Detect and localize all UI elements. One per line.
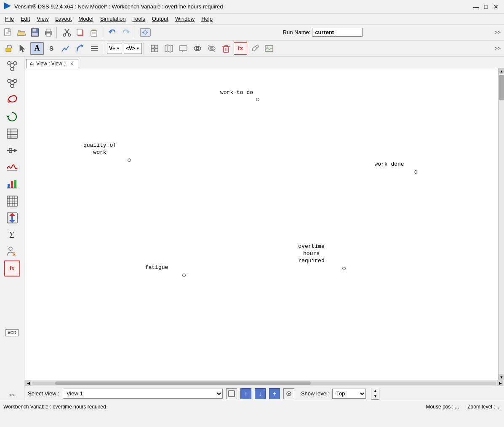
trash-button[interactable] [219, 42, 233, 55]
graph-button[interactable] [59, 42, 72, 55]
var-plus-dropdown[interactable]: V+ ▼ [107, 43, 122, 54]
sidebar-expand[interactable]: >> [8, 391, 16, 399]
sidebar-flow-button[interactable] [4, 142, 20, 158]
menu-edit[interactable]: Edit [17, 15, 33, 23]
arrow-button[interactable] [73, 42, 87, 55]
hscroll-left[interactable]: ◀ [25, 380, 31, 386]
svg-point-55 [13, 62, 17, 65]
vertical-scrollbar[interactable]: ▲ ▼ [498, 68, 504, 380]
sidebar-import-button[interactable] [4, 210, 20, 226]
sidebar-causal-button[interactable] [4, 58, 20, 74]
sidebar-fx-label: fx [10, 265, 15, 272]
sidebar-person-dollar-button[interactable]: $ [4, 244, 20, 260]
svg-point-15 [68, 34, 71, 36]
cut-button[interactable] [61, 26, 73, 39]
menu-view[interactable]: View [33, 15, 52, 23]
settings-button[interactable] [138, 26, 152, 39]
svg-rect-28 [6, 48, 11, 52]
menu-output[interactable]: Output [149, 15, 172, 23]
sidebar-barchart-button[interactable] [4, 176, 20, 192]
menu-model[interactable]: Model [75, 15, 96, 23]
view-settings-button[interactable] [283, 388, 294, 399]
tab-bar: 🗂 View : View 1 ✕ [24, 56, 504, 68]
minimize-button[interactable]: — [471, 2, 480, 11]
node-work-done[interactable]: work done [361, 161, 417, 174]
toolbar-1: Run Name: >> [0, 24, 504, 40]
undo-button[interactable] [106, 26, 119, 39]
svg-rect-10 [46, 33, 51, 36]
node-work-to-do[interactable]: work to do [214, 89, 259, 101]
sidebar-sensitivity-button[interactable] [4, 159, 20, 175]
toolbar2-expand[interactable]: >> [493, 46, 502, 51]
sidebar-sigma-button[interactable]: Σ [4, 227, 20, 243]
map-button[interactable] [162, 42, 176, 55]
view-tab[interactable]: 🗂 View : View 1 ✕ [26, 59, 78, 68]
svg-point-61 [13, 79, 17, 83]
copy-button[interactable] [74, 26, 87, 39]
eye-button[interactable] [191, 42, 204, 55]
sidebar-feedback-button[interactable] [4, 92, 20, 108]
sketch-button[interactable] [248, 42, 261, 55]
view-down-button[interactable]: ↓ [255, 388, 266, 399]
node-overtime-hours[interactable]: overtimehoursrequired [277, 243, 346, 270]
svg-point-56 [11, 67, 14, 71]
select-tool-button[interactable] [16, 42, 29, 55]
svg-rect-35 [151, 49, 154, 52]
equation-button[interactable] [88, 42, 101, 55]
menu-window[interactable]: Window [172, 15, 198, 23]
image-button[interactable] [262, 42, 276, 55]
new-button[interactable] [2, 26, 14, 39]
bottom-scroll-up[interactable]: ▲ [371, 388, 379, 394]
sidebar-grid-button[interactable] [4, 193, 20, 209]
sidebar-fx-button[interactable]: fx [4, 260, 20, 277]
sidebar-stock-flow-button[interactable] [4, 75, 20, 91]
fx-button[interactable]: fx [234, 42, 247, 55]
vscroll-thumb[interactable] [499, 75, 504, 100]
view-toggle-button[interactable] [226, 388, 237, 399]
fit-button[interactable] [148, 42, 161, 55]
run-name-input[interactable] [312, 28, 363, 37]
menu-tools[interactable]: Tools [129, 15, 148, 23]
close-button[interactable]: ✕ [491, 2, 501, 11]
menu-file[interactable]: File [2, 15, 17, 23]
run-name-area: Run Name: [283, 28, 363, 37]
canvas-viewport[interactable]: work to do quality ofwork work done over… [24, 68, 504, 380]
svg-line-65 [13, 82, 15, 85]
save-button[interactable] [29, 26, 41, 39]
vscroll-up[interactable]: ▲ [499, 68, 504, 74]
node-label-quality-of-work: quality ofwork [83, 142, 116, 156]
hscroll-track [32, 381, 496, 385]
eye-slash-button[interactable] [205, 42, 219, 55]
view-select[interactable]: View 1 [63, 389, 223, 399]
bottom-scroll-down[interactable]: ▼ [371, 394, 379, 399]
sidebar-table-button[interactable] [4, 126, 20, 142]
tab-close-button[interactable]: ✕ [70, 61, 74, 67]
hscroll-right[interactable]: ▶ [497, 380, 503, 386]
var-angle-dropdown[interactable]: <V> ▼ [124, 43, 142, 54]
maximize-button[interactable]: □ [481, 2, 491, 11]
sidebar-loop-button[interactable] [4, 109, 20, 125]
text-tool-button[interactable]: A [30, 42, 44, 55]
menu-simulation[interactable]: Simulation [97, 15, 129, 23]
view-add-button[interactable]: + [269, 388, 280, 399]
node-fatigue[interactable]: fatigue [128, 264, 186, 277]
vscroll-down[interactable]: ▼ [499, 374, 504, 380]
lock-button[interactable] [2, 42, 15, 55]
show-level-select[interactable]: Top Level 1 Level 2 All [332, 389, 366, 399]
menu-help[interactable]: Help [198, 15, 216, 23]
toolbar-sep-3 [134, 27, 136, 38]
hscroll-thumb[interactable] [55, 381, 311, 385]
open-button[interactable] [15, 26, 28, 39]
menu-layout[interactable]: Layout [52, 15, 75, 23]
node-quality-of-work[interactable]: quality ofwork [69, 142, 131, 162]
view-up-button[interactable]: ↑ [240, 388, 251, 399]
shadow-tool-button[interactable]: S [45, 42, 58, 55]
toolbar1-expand[interactable]: >> [493, 30, 502, 35]
comment-button[interactable] [176, 42, 190, 55]
print-button[interactable] [42, 26, 55, 39]
toolbar2-sep-2 [144, 43, 146, 54]
paste-button[interactable] [88, 26, 100, 39]
redo-button[interactable] [120, 26, 132, 39]
svg-marker-37 [165, 45, 173, 52]
horizontal-scrollbar[interactable]: ◀ ▶ [24, 380, 504, 386]
